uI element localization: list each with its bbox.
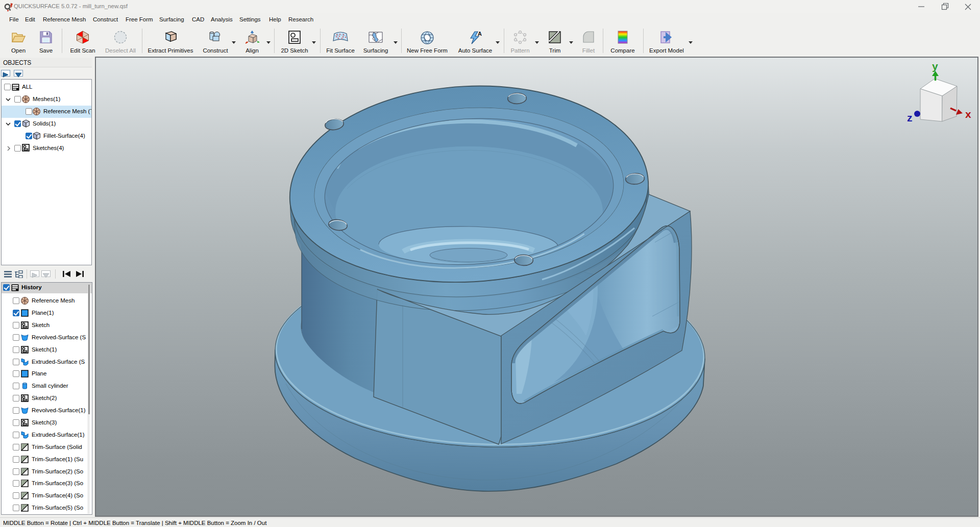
svg-text:x: x	[965, 108, 971, 120]
svg-text:z: z	[907, 112, 913, 123]
svg-text:y: y	[932, 60, 938, 72]
svg-text:A: A	[478, 31, 482, 37]
